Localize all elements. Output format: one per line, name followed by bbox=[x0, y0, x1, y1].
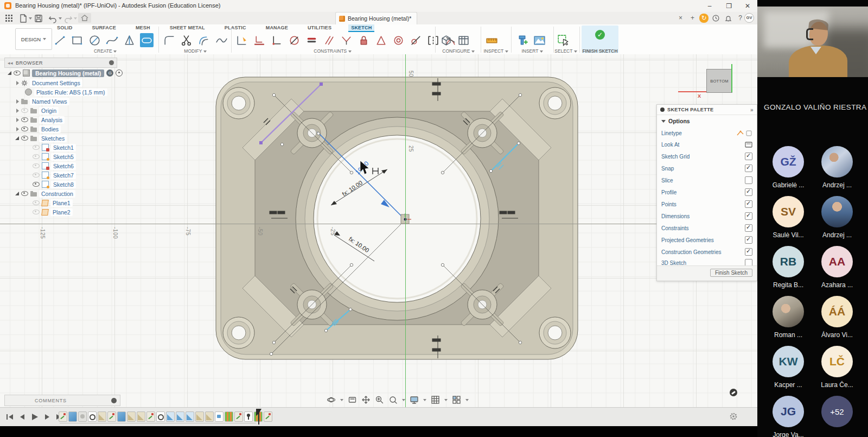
timeline-feature-icon[interactable] bbox=[78, 411, 87, 422]
sketch-grid-checkbox[interactable] bbox=[745, 153, 752, 160]
browser-root-item[interactable]: Bearing Housing (metal) G bbox=[8, 69, 123, 77]
browser-header[interactable]: ◂◂BROWSER bbox=[4, 58, 117, 68]
fit-icon[interactable] bbox=[388, 395, 398, 404]
visibility-eye-icon[interactable] bbox=[14, 71, 21, 75]
configuration-table-icon[interactable] bbox=[457, 33, 470, 47]
timeline-feature-icon[interactable] bbox=[59, 411, 67, 422]
close-tab-icon[interactable]: × bbox=[676, 14, 685, 23]
fillet-tool-icon[interactable] bbox=[163, 33, 176, 47]
participant-tile[interactable]: KW Kacper ... bbox=[764, 346, 813, 389]
comments-icon[interactable] bbox=[111, 398, 117, 403]
help-icon[interactable]: ? bbox=[736, 14, 745, 23]
insert-fastener-icon[interactable] bbox=[515, 33, 529, 47]
viewport-canvas[interactable]: fx: 10.00 fx: 10.00 10.00 -125 -100 -75 … bbox=[0, 54, 757, 407]
equal-constraint-icon[interactable] bbox=[305, 33, 318, 47]
orbit-icon[interactable] bbox=[327, 395, 336, 404]
timeline-feature-icon[interactable] bbox=[205, 411, 214, 422]
timeline-feature-icon[interactable] bbox=[88, 411, 97, 422]
lock-constraint-icon[interactable] bbox=[357, 33, 371, 47]
sketch-palette-header[interactable]: SKETCH PALETTE» bbox=[657, 105, 757, 115]
sketch-dimension-icon[interactable] bbox=[235, 33, 249, 47]
circle-dim-icon[interactable] bbox=[288, 33, 301, 47]
view-cube[interactable]: BOTTOM bbox=[706, 69, 732, 93]
browser-item-plane1[interactable]: Plane1 bbox=[33, 199, 73, 207]
browser-item-sketch6[interactable]: Sketch6 bbox=[33, 162, 76, 170]
look-at-icon[interactable] bbox=[745, 141, 752, 148]
browser-item-plane2[interactable]: Plane2 bbox=[33, 208, 73, 216]
configure-cube-icon[interactable] bbox=[439, 33, 453, 47]
feedback-icon[interactable] bbox=[730, 389, 737, 396]
symmetry-constraint-icon[interactable] bbox=[426, 33, 440, 47]
comments-bar[interactable]: COMMENTS bbox=[4, 395, 120, 406]
curve-tool-icon[interactable] bbox=[215, 33, 228, 47]
participant-overflow-tile[interactable]: +52 bbox=[813, 396, 861, 431]
participant-tile[interactable]: ÁÁ Álvaro Vi... bbox=[813, 296, 861, 339]
construction-geometries-checkbox[interactable] bbox=[745, 248, 752, 256]
save-icon[interactable] bbox=[34, 14, 43, 23]
browser-item-analysis[interactable]: Analysis bbox=[16, 116, 65, 124]
file-menu-icon[interactable] bbox=[18, 14, 28, 23]
circle-tool-icon[interactable] bbox=[88, 33, 101, 47]
create-group-label[interactable]: CREATE bbox=[53, 48, 157, 54]
rectangle-tool-icon[interactable] bbox=[71, 33, 84, 47]
participant-tile[interactable]: JG Jorge Va... bbox=[764, 396, 813, 437]
tab-plastic[interactable]: PLASTIC bbox=[222, 24, 249, 32]
home-button[interactable] bbox=[78, 13, 91, 23]
browser-item-sketch7[interactable]: Sketch7 bbox=[33, 171, 76, 179]
tab-mesh[interactable]: MESH bbox=[133, 24, 153, 32]
constraints-group-label[interactable]: CONSTRAINTS bbox=[233, 48, 432, 54]
browser-item-plastic-rule[interactable]: Plastic Rule: ABS (1,5 mm) bbox=[25, 88, 107, 96]
tangent-constraint-icon[interactable] bbox=[409, 33, 423, 47]
timeline-feature-icon[interactable] bbox=[137, 411, 145, 422]
redo-caret[interactable] bbox=[74, 17, 77, 20]
browser-item-bodies[interactable]: Bodies bbox=[16, 125, 61, 133]
timeline-feature-icon[interactable] bbox=[264, 411, 272, 422]
timeline-marker[interactable] bbox=[258, 409, 259, 425]
timeline-step-forward-button[interactable] bbox=[43, 413, 52, 421]
timeline-feature-icon[interactable] bbox=[215, 411, 224, 422]
slot-tool-icon-selected[interactable] bbox=[140, 33, 154, 47]
display-settings-icon[interactable] bbox=[410, 395, 419, 404]
tab-surface[interactable]: SURFACE bbox=[90, 24, 119, 32]
user-avatar-badge[interactable]: GV bbox=[744, 13, 754, 23]
pan-icon[interactable] bbox=[361, 395, 371, 404]
participant-tile[interactable]: LČ Laura Če... bbox=[813, 346, 861, 389]
timeline-feature-icon[interactable] bbox=[186, 411, 194, 422]
select-group-label[interactable]: SELECT bbox=[552, 48, 579, 54]
timeline-feature-icon[interactable] bbox=[117, 411, 126, 422]
measure-ruler-icon[interactable] bbox=[485, 33, 499, 47]
app-grid-icon[interactable] bbox=[4, 14, 14, 23]
trim-scissors-icon[interactable] bbox=[180, 33, 194, 47]
viewports-icon[interactable] bbox=[452, 395, 461, 404]
offset-tool-icon[interactable] bbox=[197, 33, 211, 47]
timeline-feature-icon[interactable] bbox=[156, 411, 165, 422]
inspect-group-label[interactable]: INSPECT bbox=[482, 48, 510, 54]
clock-icon[interactable] bbox=[711, 14, 720, 23]
timeline-feature-icon[interactable] bbox=[244, 411, 253, 422]
file-menu-caret[interactable] bbox=[29, 17, 32, 20]
constraints-checkbox[interactable] bbox=[745, 224, 752, 232]
zoom-icon[interactable] bbox=[375, 395, 384, 404]
configure-group-label[interactable]: CONFIGURE bbox=[437, 48, 480, 54]
undo-caret[interactable] bbox=[59, 17, 62, 20]
undo-icon[interactable] bbox=[48, 14, 58, 23]
select-tool-icon[interactable] bbox=[557, 33, 570, 47]
points-checkbox[interactable] bbox=[745, 200, 752, 208]
document-tab[interactable]: Bearing Housing (metal)* bbox=[335, 12, 417, 24]
dimensions-checkbox[interactable] bbox=[745, 212, 752, 220]
insert-group-label[interactable]: INSERT bbox=[512, 48, 552, 54]
browser-item-named-views[interactable]: Named Views bbox=[16, 97, 69, 105]
timeline-skip-start-button[interactable] bbox=[5, 413, 14, 421]
tab-solid[interactable]: SOLID bbox=[54, 24, 75, 32]
timeline-feature-icon[interactable] bbox=[107, 411, 116, 422]
participant-tile[interactable]: RB Regita B... bbox=[764, 246, 813, 289]
snap-checkbox[interactable] bbox=[745, 164, 752, 172]
activate-icon[interactable] bbox=[116, 69, 123, 77]
participant-tile[interactable]: Andrzej ... bbox=[813, 146, 861, 189]
participant-tile[interactable]: Roman ... bbox=[764, 296, 813, 339]
browser-item-construction[interactable]: Construction bbox=[15, 189, 75, 198]
corner-point-icon[interactable] bbox=[270, 33, 284, 47]
finish-sketch-palette-button[interactable]: Finish Sketch bbox=[710, 269, 752, 277]
participant-tile[interactable]: SV Saulė Vil... bbox=[764, 196, 813, 239]
insert-image-icon[interactable] bbox=[533, 33, 546, 47]
